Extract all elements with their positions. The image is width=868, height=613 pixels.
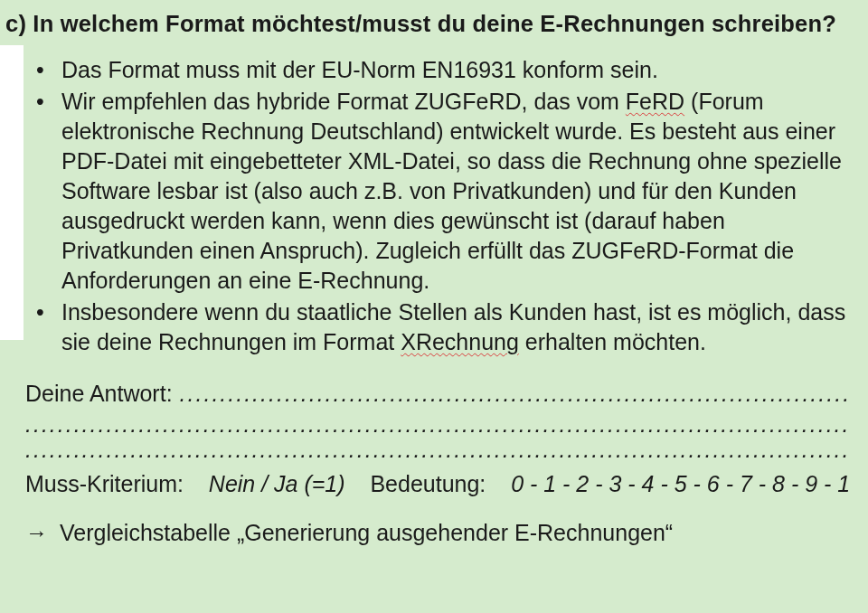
footer-text: Vergleichstabelle „Generierung ausgehend… (60, 520, 673, 545)
list-item: Insbesondere wenn du staatliche Stellen … (61, 297, 850, 357)
document-page: c) In welchem Format möchtest/musst du d… (0, 0, 868, 613)
list-item-text: (Forum elektronische Rechnung Deutschlan… (61, 89, 842, 293)
answer-block: Deine Antwort: .........................… (25, 377, 848, 463)
fill-in-dots: ........................................… (180, 382, 848, 407)
list-item-text: Wir empfehlen das hybride Format ZUGFeRD… (61, 89, 626, 114)
section-heading: c) In welchem Format möchtest/musst du d… (5, 9, 857, 39)
margin-gap (0, 45, 24, 78)
importance-label: Bedeutung: (370, 471, 486, 496)
criteria-line: Muss-Kriterium: Nein / Ja (=1) Bedeutung… (25, 468, 848, 500)
list-item: Wir empfehlen das hybride Format ZUGFeRD… (61, 87, 850, 296)
list-item: Das Format muss mit der EU-Norm EN16931 … (61, 55, 850, 85)
arrow-right-icon: → (25, 518, 48, 549)
criteria-choices: Nein / Ja (=1) (209, 471, 345, 496)
fill-in-dots: ........................................… (25, 437, 848, 463)
list-item-text: Das Format muss mit der EU-Norm EN16931 … (61, 57, 658, 82)
margin-gap (0, 78, 24, 340)
bullet-list: Das Format muss mit der EU-Norm EN16931 … (0, 55, 857, 357)
fill-in-dots: ........................................… (25, 411, 848, 438)
spellcheck-marked-word: XRechnung (401, 329, 519, 354)
footer-reference: → Vergleichstabelle „Generierung ausgehe… (25, 518, 848, 549)
answer-label: Deine Antwort: (25, 377, 173, 411)
spellcheck-marked-word: FeRD (626, 89, 684, 114)
list-item-text: erhalten möchten. (519, 329, 706, 354)
criteria-label: Muss-Kriterium: (25, 471, 184, 496)
importance-scale: 0 - 1 - 2 - 3 - 4 - 5 - 6 - 7 - 8 - 9 - … (511, 471, 848, 496)
answer-line: Deine Antwort: .........................… (25, 377, 848, 411)
